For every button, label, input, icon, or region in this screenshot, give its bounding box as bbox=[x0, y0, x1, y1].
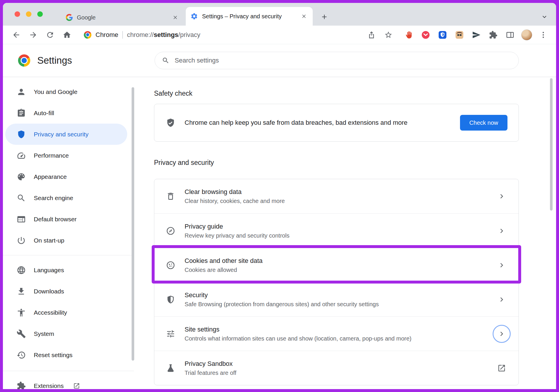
sidebar-item-you-and-google[interactable]: You and Google bbox=[3, 81, 134, 102]
toolbar-actions bbox=[366, 29, 549, 41]
safety-check-message: Chrome can help keep you safe from data … bbox=[185, 119, 451, 126]
row-text: Privacy guide Review key privacy and sec… bbox=[185, 222, 483, 240]
settings-row-privacy-sandbox[interactable]: Privacy Sandbox Trial features are off bbox=[154, 351, 519, 385]
minimize-window-button[interactable] bbox=[26, 11, 31, 17]
sidebar-item-search-engine[interactable]: Search engine bbox=[3, 187, 134, 209]
tab-close-icon[interactable] bbox=[300, 12, 308, 20]
cookie-icon bbox=[166, 260, 176, 270]
tab-settings[interactable]: Settings – Privacy and security bbox=[186, 7, 313, 26]
traffic-lights bbox=[15, 11, 43, 17]
sidebar-item-on-startup[interactable]: On start-up bbox=[3, 230, 134, 251]
wrench-icon bbox=[16, 329, 26, 339]
extensions-puzzle-icon[interactable] bbox=[487, 29, 499, 41]
tab-close-icon[interactable] bbox=[171, 13, 179, 22]
page-title: Settings bbox=[37, 55, 72, 66]
compass-icon bbox=[166, 226, 176, 236]
google-favicon bbox=[66, 14, 73, 21]
search-input[interactable] bbox=[175, 57, 512, 64]
url-path: /privacy bbox=[178, 31, 200, 38]
sidebar-item-accessibility[interactable]: Accessibility bbox=[3, 302, 134, 323]
menu-dots-icon[interactable] bbox=[537, 29, 549, 41]
sidebar-item-downloads[interactable]: Downloads bbox=[3, 281, 134, 302]
sidebar-item-system[interactable]: System bbox=[3, 323, 134, 344]
reload-button[interactable] bbox=[44, 28, 56, 41]
share-icon[interactable] bbox=[366, 29, 377, 41]
settings-row-clear-browsing-data[interactable]: Clear browsing data Clear history, cooki… bbox=[154, 179, 519, 213]
browser-window: Google Settings – Privacy and security bbox=[3, 3, 556, 389]
settings-gear-favicon bbox=[190, 13, 198, 20]
url-host: settings bbox=[154, 31, 178, 38]
sidebar-item-performance[interactable]: Performance bbox=[3, 145, 134, 166]
palette-icon bbox=[16, 172, 26, 182]
row-text: Security Safe Browsing (protection from … bbox=[185, 291, 483, 308]
tab-strip: Google Settings – Privacy and security bbox=[3, 3, 556, 26]
url-scheme: chrome:// bbox=[127, 31, 154, 38]
row-text: Clear browsing data Clear history, cooki… bbox=[185, 188, 483, 205]
sidebar-item-default-browser[interactable]: Default browser bbox=[3, 209, 134, 230]
sidebar-item-label: You and Google bbox=[34, 88, 77, 95]
bookmark-star-icon[interactable] bbox=[383, 29, 394, 41]
settings-row-site-settings[interactable]: Site settings Controls what information … bbox=[154, 316, 519, 351]
sidebar-item-languages[interactable]: Languages bbox=[3, 259, 134, 281]
row-title: Privacy Sandbox bbox=[185, 359, 477, 368]
shield-icon bbox=[16, 129, 26, 139]
tab-title: Google bbox=[77, 14, 167, 21]
chevron-right-icon bbox=[492, 261, 511, 270]
home-button[interactable] bbox=[61, 28, 73, 41]
side-panel-icon[interactable] bbox=[504, 29, 516, 41]
row-subtitle: Trial features are off bbox=[185, 369, 477, 377]
row-title: Security bbox=[185, 291, 477, 300]
annotation-frame: Google Settings – Privacy and security bbox=[0, 0, 559, 392]
site-name-label: Chrome bbox=[95, 31, 118, 39]
browser-window-icon bbox=[16, 214, 26, 224]
tab-google[interactable]: Google bbox=[61, 9, 184, 26]
new-tab-button[interactable] bbox=[318, 10, 331, 23]
row-title: Privacy guide bbox=[185, 222, 477, 231]
zoom-window-button[interactable] bbox=[37, 11, 43, 17]
bitwarden-shield-extension-icon[interactable] bbox=[437, 29, 448, 41]
row-text: Site settings Controls what information … bbox=[185, 325, 483, 343]
chevron-right-icon bbox=[492, 192, 511, 201]
row-title: Site settings bbox=[185, 325, 477, 334]
settings-row-security[interactable]: Security Safe Browsing (protection from … bbox=[154, 282, 519, 316]
tab-search-chevron-icon[interactable] bbox=[538, 10, 551, 23]
focus-ring bbox=[493, 325, 511, 343]
sidebar-scrollbar[interactable] bbox=[132, 87, 134, 361]
sidebar-item-autofill[interactable]: Auto-fill bbox=[3, 102, 134, 124]
puzzle-icon bbox=[16, 381, 26, 389]
page-scrollbar[interactable] bbox=[550, 78, 553, 211]
search-icon bbox=[16, 193, 26, 203]
settings-row-privacy-guide[interactable]: Privacy guide Review key privacy and sec… bbox=[154, 213, 519, 248]
avatar-extension-icon[interactable] bbox=[454, 29, 465, 41]
sidebar-item-extensions[interactable]: Extensions bbox=[3, 375, 134, 389]
url-text: chrome://settings/privacy bbox=[127, 31, 200, 39]
settings-row-cookies[interactable]: Cookies and other site data Cookies are … bbox=[154, 248, 519, 282]
sidebar-item-appearance[interactable]: Appearance bbox=[3, 166, 134, 187]
row-text: Privacy Sandbox Trial features are off bbox=[185, 359, 483, 377]
send-plane-extension-icon[interactable] bbox=[470, 29, 482, 41]
pocket-extension-icon[interactable] bbox=[420, 29, 431, 41]
chevron-focus-ring bbox=[492, 325, 511, 343]
privacy-settings-card: Clear browsing data Clear history, cooki… bbox=[154, 179, 519, 385]
settings-page: You and Google Auto-fill Privacy and sec… bbox=[3, 77, 556, 389]
address-bar[interactable]: Chrome chrome://settings/privacy bbox=[84, 31, 200, 39]
globe-icon bbox=[16, 265, 26, 275]
sidebar-item-reset-settings[interactable]: Reset settings bbox=[3, 344, 134, 366]
chrome-logo bbox=[18, 54, 30, 67]
close-window-button[interactable] bbox=[15, 11, 20, 17]
power-icon bbox=[16, 236, 26, 245]
sidebar-item-label: Appearance bbox=[34, 173, 67, 180]
row-subtitle: Cookies are allowed bbox=[185, 266, 477, 274]
sidebar-item-label: Default browser bbox=[34, 216, 77, 223]
sidebar-item-label: Languages bbox=[34, 267, 64, 274]
row-title: Cookies and other site data bbox=[185, 256, 477, 265]
adblock-hand-extension-icon[interactable] bbox=[403, 29, 415, 41]
check-now-button[interactable]: Check now bbox=[460, 115, 507, 131]
profile-avatar[interactable] bbox=[521, 29, 532, 40]
flask-icon bbox=[166, 363, 176, 373]
back-button[interactable] bbox=[10, 28, 23, 41]
settings-search[interactable] bbox=[155, 52, 519, 69]
forward-button[interactable] bbox=[27, 28, 40, 41]
sidebar-divider bbox=[3, 255, 134, 255]
sidebar-item-privacy-and-security[interactable]: Privacy and security bbox=[5, 124, 127, 145]
